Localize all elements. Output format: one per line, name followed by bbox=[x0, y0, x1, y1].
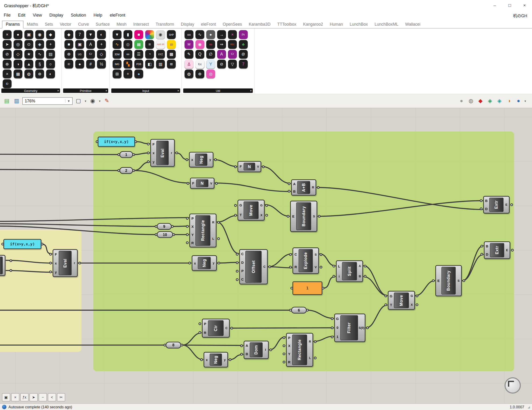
tab-mesh[interactable]: Mesh bbox=[113, 21, 130, 28]
graph-icon[interactable]: ∿ bbox=[113, 40, 122, 49]
scissors-tool-icon[interactable]: ✂ bbox=[57, 393, 65, 401]
input-param-icon-24[interactable]: ≋ bbox=[167, 60, 176, 69]
tab-params[interactable]: Params bbox=[2, 21, 24, 28]
image-icon[interactable]: IMG bbox=[113, 60, 122, 69]
minimize-button[interactable]: – bbox=[487, 0, 502, 10]
geometry-param-icon-1[interactable]: × bbox=[3, 30, 12, 39]
group-expand-icon[interactable]: ▸ bbox=[106, 89, 107, 92]
jump-tool-icon[interactable]: ➤ bbox=[29, 393, 38, 401]
input-param-icon-2[interactable]: ▮ bbox=[124, 30, 132, 39]
zoom-dropdown-caret[interactable]: ▾ bbox=[84, 97, 87, 105]
tab-lunchbox[interactable]: LunchBox bbox=[346, 21, 371, 28]
input-param-icon-25[interactable]: ⊞ bbox=[113, 70, 122, 78]
calendar-icon[interactable]: AUG 20 bbox=[156, 40, 165, 49]
primitive-param-icon-11[interactable]: C/ bbox=[86, 50, 95, 59]
menu-file[interactable]: File bbox=[0, 13, 14, 18]
half-sphere-icon[interactable]: ◑ bbox=[505, 97, 513, 105]
zoom-caret-icon[interactable]: ▼ bbox=[65, 99, 70, 103]
canvas[interactable] bbox=[0, 108, 532, 403]
geometry-param-icon-24[interactable]: ⊗ bbox=[35, 70, 44, 78]
util-param-icon-22[interactable]: ⊘ bbox=[217, 60, 226, 69]
menu-edit[interactable]: Edit bbox=[14, 13, 29, 18]
geometry-param-icon-12[interactable]: ◇ bbox=[14, 50, 22, 59]
primitive-param-icon-1[interactable]: ◆ bbox=[64, 30, 73, 39]
ribbon-group-label[interactable]: Primitive▸ bbox=[63, 88, 108, 93]
wireframe-sphere-icon[interactable]: ◍ bbox=[467, 97, 475, 105]
primitive-param-icon-3[interactable]: ▼ bbox=[86, 30, 95, 39]
zoom-select[interactable]: 176% ▼ bbox=[22, 97, 73, 104]
primitive-param-icon-4[interactable]: ◐ bbox=[97, 30, 106, 39]
tag-icon[interactable]: 1D bbox=[167, 40, 176, 49]
geometry-param-icon-13[interactable]: ★ bbox=[25, 50, 33, 59]
input-param-icon-14[interactable]: ∞ bbox=[124, 50, 132, 59]
tab-sets[interactable]: Sets bbox=[41, 21, 56, 28]
tab-elefront[interactable]: eleFront bbox=[198, 21, 219, 28]
record-icon[interactable]: REC bbox=[228, 40, 237, 49]
slider-icon[interactable]: ≡ bbox=[145, 40, 154, 49]
color-wheel-icon[interactable]: ● bbox=[145, 30, 154, 39]
resize-grip-icon[interactable]: ◢ bbox=[528, 405, 530, 409]
save-icon[interactable]: ▥ bbox=[13, 97, 21, 105]
group-expand-icon[interactable]: ▸ bbox=[58, 89, 59, 92]
tab-maths[interactable]: Maths bbox=[24, 21, 42, 28]
menu-view[interactable]: View bbox=[29, 13, 46, 18]
geometry-param-icon-7[interactable]: ◎ bbox=[14, 40, 22, 49]
geometry-param-icon-10[interactable]: + bbox=[46, 40, 55, 49]
preview-eye-icon[interactable]: ◉ bbox=[88, 97, 97, 105]
tab-tttoolbox[interactable]: TTToolbox bbox=[274, 21, 300, 28]
geometry-param-icon-18[interactable]: ▲ bbox=[25, 60, 33, 69]
preview-dropdown-caret[interactable]: ▾ bbox=[98, 97, 101, 105]
tree-icon[interactable]: ♣ bbox=[239, 40, 248, 49]
util-param-icon-15[interactable]: ∅ bbox=[206, 50, 215, 59]
open-file-icon[interactable]: ▤ bbox=[3, 97, 11, 105]
geometry-param-icon-3[interactable]: ▣ bbox=[25, 30, 33, 39]
input-param-icon-23[interactable]: ▥ bbox=[156, 60, 165, 69]
ribbon-group-label[interactable]: Input▸ bbox=[111, 88, 180, 93]
geometry-param-icon-8[interactable]: ⊙ bbox=[25, 40, 33, 49]
util-param-icon-7[interactable]: M bbox=[185, 40, 193, 49]
tab-lunchboxml[interactable]: LunchBoxML bbox=[371, 21, 402, 28]
tab-kangaroo2[interactable]: Kangaroo2 bbox=[300, 21, 326, 28]
input-param-icon-8[interactable]: ◍ bbox=[124, 40, 132, 49]
util-param-icon-26[interactable]: ⊕ bbox=[195, 70, 204, 78]
ribbon-group-label[interactable]: Util▸ bbox=[183, 88, 253, 93]
input-param-icon-21[interactable]: PDB bbox=[134, 60, 143, 69]
util-param-icon-27[interactable]: ◎ bbox=[206, 70, 215, 78]
primitive-param-icon-2[interactable]: 7 bbox=[76, 30, 84, 39]
tab-karamba3d[interactable]: Karamba3D bbox=[245, 21, 274, 28]
arrow-right-icon[interactable]: → bbox=[217, 30, 226, 39]
geometry-param-icon-16[interactable]: ⊕ bbox=[3, 60, 12, 69]
back-tool-icon[interactable]: < bbox=[48, 393, 56, 401]
tab-vector[interactable]: Vector bbox=[56, 21, 75, 28]
import-icon[interactable]: ▼ bbox=[113, 30, 122, 39]
input-param-icon-27[interactable]: ● bbox=[134, 70, 143, 78]
primitive-param-icon-7[interactable]: A bbox=[86, 40, 95, 49]
teal-mesh-icon[interactable]: ◈ bbox=[495, 97, 504, 105]
primitive-param-icon-5[interactable]: ■ bbox=[64, 40, 73, 49]
tab-transform[interactable]: Transform bbox=[152, 21, 177, 28]
shaded-sphere-icon[interactable]: ● bbox=[457, 97, 466, 105]
arrow-icon[interactable]: ⇒ bbox=[217, 40, 226, 49]
input-param-icon-20[interactable]: ▚ bbox=[124, 60, 132, 69]
tab-display[interactable]: Display bbox=[177, 21, 198, 28]
geometry-param-icon-19[interactable]: § bbox=[35, 60, 44, 69]
geometry-param-icon-6[interactable]: ➤ bbox=[3, 40, 12, 49]
group-expand-icon[interactable]: ▸ bbox=[178, 89, 179, 92]
primitive-param-icon-6[interactable]: ▣ bbox=[76, 40, 84, 49]
menu-help[interactable]: Help bbox=[90, 13, 106, 18]
util-param-icon-6[interactable]: Pr bbox=[239, 30, 248, 39]
geometry-param-icon-9[interactable]: ◈ bbox=[35, 40, 44, 49]
geometry-param-icon-5[interactable]: ◆ bbox=[46, 30, 55, 39]
util-param-icon-18[interactable]: @ bbox=[239, 50, 248, 59]
input-param-icon-18[interactable]: ▩ bbox=[167, 50, 176, 59]
close-button[interactable]: × bbox=[517, 0, 532, 10]
fx-icon[interactable]: f(x) bbox=[195, 60, 204, 69]
geometry-param-icon-2[interactable]: ● bbox=[14, 30, 22, 39]
geometry-param-icon-26[interactable]: ID bbox=[3, 79, 12, 88]
input-param-icon-22[interactable]: ◧ bbox=[145, 60, 154, 69]
primitive-param-icon-8[interactable]: + bbox=[97, 40, 106, 49]
menu-solution[interactable]: Solution bbox=[67, 13, 90, 18]
tab-wallacei[interactable]: Wallacei bbox=[402, 21, 424, 28]
util-param-icon-8[interactable]: ◉ bbox=[195, 40, 204, 49]
geometry-param-icon-15[interactable]: ▤ bbox=[46, 50, 55, 59]
